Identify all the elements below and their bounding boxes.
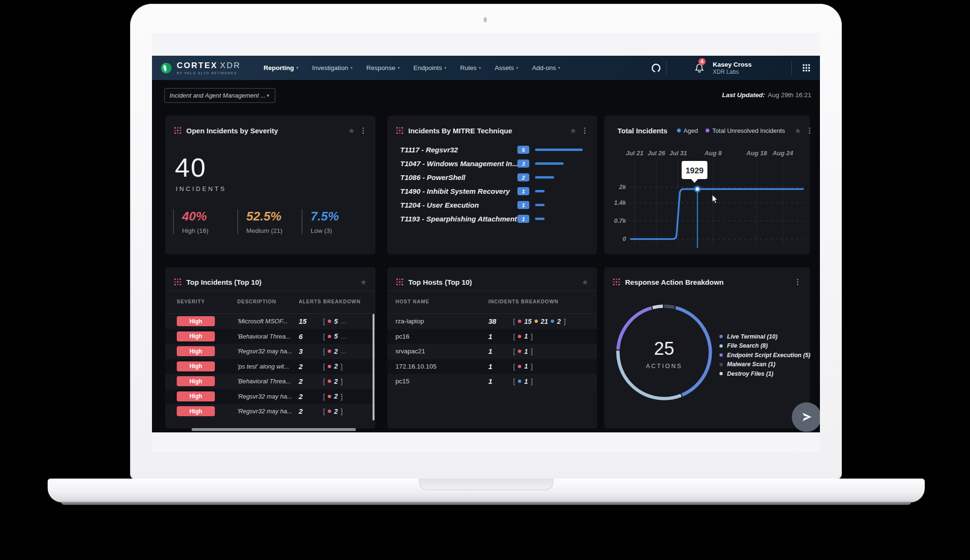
- count-badge: 2: [517, 173, 529, 181]
- severity-pct: 40%: [182, 209, 237, 224]
- kebab-menu-icon[interactable]: ⋮: [581, 126, 588, 135]
- card-title: Top Incidents (Top 10): [186, 278, 262, 286]
- legend-item-malware-scan: Malware Scan (1): [719, 360, 810, 370]
- technique-label: T1193 - Spearphishing Attachment: [400, 215, 517, 223]
- card-title: Open Incidents by Severity: [186, 127, 278, 135]
- kebab-menu-icon[interactable]: ⋮: [806, 126, 813, 135]
- host-name: pc15: [395, 378, 409, 385]
- favorite-star-icon[interactable]: ★: [795, 126, 801, 135]
- cortex-ring-icon[interactable]: [647, 56, 665, 80]
- marker-point[interactable]: [695, 187, 700, 191]
- nav-menu-endpoints[interactable]: Endpoints▾: [414, 64, 446, 71]
- incident-description: 'ps test' along wit...: [237, 363, 289, 370]
- cortex-logo-icon: [160, 62, 172, 74]
- table-row[interactable]: High'ps test' along wit...2[2]: [165, 359, 375, 374]
- laptop-notch: [419, 479, 554, 490]
- host-name: pc16: [395, 333, 409, 340]
- favorite-star-icon[interactable]: ★: [570, 126, 576, 135]
- legend-label: Live Terminal (10): [727, 333, 778, 340]
- mitre-row[interactable]: T1047 - Windows Management In...3: [400, 157, 583, 170]
- table-row[interactable]: High'Behavioral Threa...2[2]: [165, 374, 375, 389]
- chevron-down-icon: ▾: [445, 66, 446, 70]
- x-tick-label: Aug 8: [704, 150, 722, 157]
- alert-count: 2: [299, 377, 303, 385]
- alert-count: 15: [299, 317, 307, 325]
- mitre-row[interactable]: T1117 - Regsvr325: [400, 143, 583, 157]
- legend-item-file-search: File Search (8): [719, 341, 810, 351]
- col-host-name: HOST NAME: [395, 299, 429, 304]
- breakdown: [5…: [323, 317, 347, 325]
- card-response-action-breakdown: Response Action Breakdown ⋮ 25 ACTIONS L…: [604, 267, 810, 429]
- brand-cortex: CORTEX: [177, 61, 218, 70]
- technique-label: T1086 - PowerShell: [400, 173, 517, 181]
- table-row[interactable]: pc161[1]: [387, 329, 597, 344]
- bar-track: [535, 190, 583, 192]
- breakdown: [1]: [513, 362, 533, 370]
- severity-dot: [328, 380, 331, 383]
- top-navbar: CORTEXXDR BY PALO ALTO NETWORKS Reportin…: [152, 56, 820, 80]
- bar-track: [535, 218, 583, 220]
- app-grid-icon[interactable]: [798, 56, 815, 80]
- favorite-star-icon[interactable]: ★: [360, 278, 367, 287]
- severity-label: Low (3): [311, 227, 366, 234]
- incident-count: 1: [488, 377, 492, 385]
- nav-menu-rules[interactable]: Rules▾: [460, 64, 481, 71]
- favorite-star-icon[interactable]: ★: [348, 126, 355, 135]
- last-updated: Last Updated:Aug 29th 16:21: [722, 91, 811, 99]
- table-row[interactable]: 172.16.10.1051[1]: [387, 359, 597, 374]
- legend-item-total-unresolved-incidents[interactable]: Total Unresolved Incidents: [706, 127, 785, 134]
- dashboard-select[interactable]: Incident and Agent Management ... ▼: [164, 88, 275, 103]
- table-row[interactable]: srvapac211[1]: [387, 344, 597, 359]
- table-row[interactable]: High'Regsvr32 may ha...2[2]: [165, 389, 375, 404]
- legend-dot: [677, 129, 681, 132]
- user-org: XDR Labs: [713, 69, 752, 75]
- menu-label: Rules: [460, 64, 477, 71]
- severity-label: High (16): [182, 227, 237, 234]
- kebab-menu-icon[interactable]: ⋮: [360, 126, 367, 135]
- chevron-down-icon: ▾: [479, 66, 481, 70]
- table-row[interactable]: High'Microsoft MSOF...15[5…: [165, 314, 375, 329]
- table-row[interactable]: High'Regsvr32 may ha...2[2]: [165, 404, 375, 419]
- vertical-scrollbar[interactable]: [373, 314, 374, 420]
- user-menu[interactable]: Kasey Cross XDR Labs: [713, 56, 752, 80]
- mitre-row[interactable]: T1193 - Spearphishing Attachment1: [400, 212, 583, 226]
- feedback-fab-button[interactable]: [792, 402, 820, 432]
- notifications-bell-icon[interactable]: 4: [691, 56, 708, 80]
- breakdown: [5…: [323, 332, 347, 340]
- chart-tooltip: 1929: [682, 161, 707, 183]
- horizontal-scrollbar[interactable]: [192, 428, 356, 431]
- favorite-star-icon[interactable]: ★: [582, 278, 588, 287]
- last-updated-value: Aug 29th 16:21: [768, 91, 811, 99]
- breakdown: [1]: [513, 347, 533, 355]
- card-title: Total Incidents: [617, 127, 667, 135]
- col-description: DESCRIPTION: [237, 299, 276, 304]
- dashboard: Incident and Agent Management ... ▼ Last…: [152, 80, 820, 432]
- table-row[interactable]: pc151[1]: [387, 374, 597, 389]
- user-name: Kasey Cross: [713, 61, 752, 68]
- chart-legend: AgedTotal Unresolved Incidents: [677, 127, 785, 134]
- mitre-row[interactable]: T1490 - Inhibit System Recovery1: [400, 184, 583, 198]
- severity-dot: [551, 320, 554, 323]
- card-title: Incidents By MITRE Technique: [408, 127, 512, 135]
- legend-item-live-terminal: Live Terminal (10): [719, 332, 810, 341]
- nav-menu-response[interactable]: Response▾: [366, 64, 400, 71]
- table-row[interactable]: High'Behavioral Threa...6[5…: [165, 329, 375, 344]
- menu-label: Assets: [495, 64, 514, 71]
- nav-menu-reporting[interactable]: Reporting▾: [263, 64, 298, 71]
- mitre-row[interactable]: T1204 - User Execution1: [400, 198, 583, 212]
- nav-menu-add-ons[interactable]: Add-ons▾: [532, 64, 560, 71]
- bar: [535, 204, 545, 206]
- actions-total-value: 25: [626, 339, 702, 359]
- mitre-row[interactable]: T1086 - PowerShell2: [400, 170, 583, 184]
- legend-item-aged[interactable]: Aged: [677, 127, 698, 134]
- severity-dot: [518, 320, 521, 323]
- table-row[interactable]: rza-laptop38[15212]: [387, 314, 597, 329]
- brand-logo[interactable]: CORTEXXDR BY PALO ALTO NETWORKS: [152, 61, 241, 75]
- nav-menu-assets[interactable]: Assets▾: [495, 64, 518, 71]
- table-row[interactable]: High'Regsvr32 may ha...3[2…: [165, 344, 375, 359]
- chevron-down-icon: ▾: [296, 66, 298, 70]
- breakdown: [2…: [323, 347, 347, 355]
- severity-badge: High: [177, 361, 215, 371]
- nav-menu-investigation[interactable]: Investigation▾: [312, 64, 353, 71]
- top-hosts-rows: rza-laptop38[15212]pc161[1]srvapac211[1]…: [387, 314, 597, 389]
